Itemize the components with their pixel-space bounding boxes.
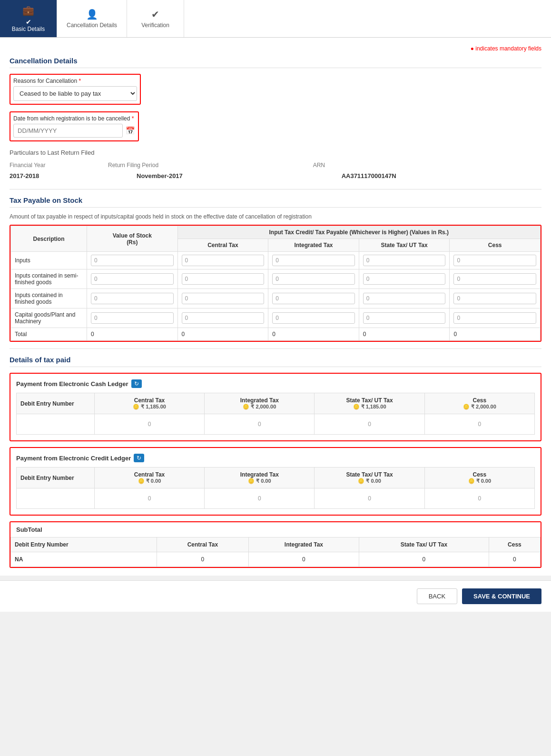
credit-integrated-label: Integrated Tax: [208, 471, 310, 478]
credit-ledger-input-row: [17, 488, 535, 509]
footer-buttons: BACK SAVE & CONTINUE: [0, 580, 551, 612]
subtotal-debit-value: NA: [11, 552, 157, 567]
credit-ledger-header-row: Debit Entry Number Central Tax 🪙 ₹ 0.00 …: [17, 468, 535, 488]
stock-finished-central-input[interactable]: [182, 293, 265, 304]
save-continue-button[interactable]: SAVE & CONTINUE: [462, 588, 541, 604]
credit-ledger-title: Payment from Electronic Credit Ledger ↻: [16, 454, 535, 462]
subtotal-section: SubTotal Debit Entry Number Central Tax …: [10, 521, 541, 568]
reasons-label: Reasons for Cancellation *: [13, 78, 137, 84]
tab-verification[interactable]: ✔ Verification: [127, 0, 184, 37]
stock-inputs-integrated-input[interactable]: [272, 255, 355, 266]
credit-col-integrated: Integrated Tax 🪙 ₹ 0.00: [205, 468, 315, 488]
stock-capital-central-input[interactable]: [182, 312, 265, 324]
credit-col-cess: Cess 🪙 ₹ 0.00: [424, 468, 534, 488]
credit-state-input[interactable]: [318, 492, 420, 505]
stock-finished-integrated-input[interactable]: [272, 293, 355, 304]
cash-ledger-box: Payment from Electronic Cash Ledger ↻ De…: [10, 373, 541, 441]
subtotal-debit-col: Debit Entry Number: [11, 537, 157, 552]
cash-ledger-title: Payment from Electronic Cash Ledger ↻: [16, 379, 535, 388]
stock-inputs-value-stock-input[interactable]: [91, 255, 174, 266]
cash-debit-cell: [17, 414, 95, 435]
cash-state-label: State Tax/ UT Tax: [318, 397, 420, 404]
subtotal-col-integrated: Integrated Tax: [248, 537, 359, 552]
reasons-select[interactable]: Ceased to be liable to pay tax: [13, 86, 137, 101]
credit-debit-col-header: Debit Entry Number: [17, 468, 95, 488]
basic-details-icon: 💼: [22, 5, 34, 16]
particulars-col-arn: ARN: [313, 160, 541, 170]
stock-semi-value-stock-input[interactable]: [91, 273, 174, 285]
mandatory-dot: ●: [471, 45, 474, 52]
cash-cess-label: Cess: [429, 397, 531, 404]
subtotal-col-central: Central Tax: [157, 537, 248, 552]
cash-central-amount: 🪙 ₹ 1,185.00: [98, 404, 200, 410]
credit-debit-cell: [17, 488, 95, 509]
stock-total-state: 0: [359, 328, 450, 341]
credit-cess-label: Cess: [429, 471, 531, 478]
stock-col-value: Value of Stock(Rs): [87, 226, 178, 252]
credit-cess-amount: 🪙 ₹ 0.00: [429, 478, 531, 484]
cash-ledger-refresh-btn[interactable]: ↻: [131, 379, 142, 388]
stock-header-span: Input Tax Credit/ Tax Payable (Whichever…: [177, 226, 540, 239]
stock-finished-state-input[interactable]: [363, 293, 446, 304]
date-req: *: [132, 115, 134, 122]
cash-integrated-amount: 🪙 ₹ 2,000.00: [208, 404, 310, 410]
credit-col-central: Central Tax 🪙 ₹ 0.00: [94, 468, 204, 488]
stock-semi-integrated-input[interactable]: [272, 273, 355, 285]
stock-capital-state-input[interactable]: [363, 312, 446, 324]
cash-state-input[interactable]: [318, 418, 420, 430]
date-input[interactable]: [13, 124, 123, 138]
credit-central-label: Central Tax: [98, 471, 200, 478]
cash-integrated-input[interactable]: [208, 418, 310, 430]
particulars-col-fy: Financial Year: [10, 160, 108, 170]
stock-inputs-central-input[interactable]: [182, 255, 265, 266]
credit-ledger-refresh-btn[interactable]: ↻: [134, 454, 144, 462]
stock-desc-finished: Inputs contained in finished goods: [11, 289, 87, 308]
stock-row-finished: Inputs contained in finished goods: [11, 289, 541, 308]
subtotal-integrated-value: 0: [248, 552, 359, 567]
credit-integrated-input[interactable]: [208, 492, 310, 505]
stock-semi-state-input[interactable]: [363, 273, 446, 285]
cash-cess-input[interactable]: [429, 418, 531, 430]
stock-inputs-state-input[interactable]: [363, 255, 446, 266]
credit-central-input[interactable]: [98, 492, 200, 505]
particulars-rfp-value: November-2017: [108, 170, 313, 181]
basic-details-check: ✔: [26, 18, 31, 26]
stock-finished-value-stock-input[interactable]: [91, 293, 174, 304]
particulars-title: Particulars to Last Return Filed: [10, 149, 541, 156]
tab-basic-details[interactable]: 💼 ✔ Basic Details: [0, 0, 57, 37]
credit-ledger-table: Debit Entry Number Central Tax 🪙 ₹ 0.00 …: [16, 467, 535, 509]
particulars-header-row: Financial Year Return Filing Period ARN: [10, 160, 541, 170]
date-group: Date from which registration is to be ca…: [10, 111, 541, 141]
back-button[interactable]: BACK: [417, 588, 457, 604]
tab-header: 💼 ✔ Basic Details 👤 Cancellation Details…: [0, 0, 551, 38]
stock-finished-cess-input[interactable]: [453, 293, 536, 304]
stock-capital-value-stock-input[interactable]: [91, 312, 174, 324]
stock-col-integrated: Integrated Tax: [268, 239, 359, 252]
cash-central-input[interactable]: [98, 418, 200, 430]
tax-stock-desc: Amount of tax payable in respect of inpu…: [10, 213, 541, 220]
mandatory-text: indicates mandatory fields: [475, 45, 541, 52]
mandatory-note: ● indicates mandatory fields: [10, 45, 541, 52]
section-title: Cancellation Details: [10, 57, 541, 68]
tab-cancellation-details-label: Cancellation Details: [67, 22, 117, 29]
stock-col-cess: Cess: [450, 239, 541, 252]
credit-cess-input[interactable]: [429, 492, 531, 505]
stock-semi-central-input[interactable]: [182, 273, 265, 285]
tab-cancellation-details[interactable]: 👤 Cancellation Details: [57, 0, 127, 37]
stock-row-capital: Capital goods/Plant and Machinery: [11, 308, 541, 328]
stock-capital-cess-input[interactable]: [453, 312, 536, 324]
subtotal-title: SubTotal: [10, 522, 541, 537]
subtotal-col-state: State Tax/ UT Tax: [359, 537, 489, 552]
tab-basic-details-label: Basic Details: [12, 26, 45, 32]
cash-col-central: Central Tax 🪙 ₹ 1,185.00: [94, 393, 204, 414]
cash-col-cess: Cess 🪙 ₹ 2,000.00: [424, 393, 534, 414]
date-label: Date from which registration is to be ca…: [13, 115, 135, 122]
particulars-section: Particulars to Last Return Filed Financi…: [10, 149, 541, 181]
stock-capital-integrated-input[interactable]: [272, 312, 355, 324]
subtotal-table: Debit Entry Number Central Tax Integrate…: [10, 537, 541, 567]
stock-semi-cess-input[interactable]: [453, 273, 536, 285]
calendar-icon[interactable]: 📅: [126, 126, 135, 135]
stock-desc-semi: Inputs contained in semi-finished goods: [11, 269, 87, 289]
stock-total-cess: 0: [450, 328, 541, 341]
stock-inputs-cess-input[interactable]: [453, 255, 536, 266]
